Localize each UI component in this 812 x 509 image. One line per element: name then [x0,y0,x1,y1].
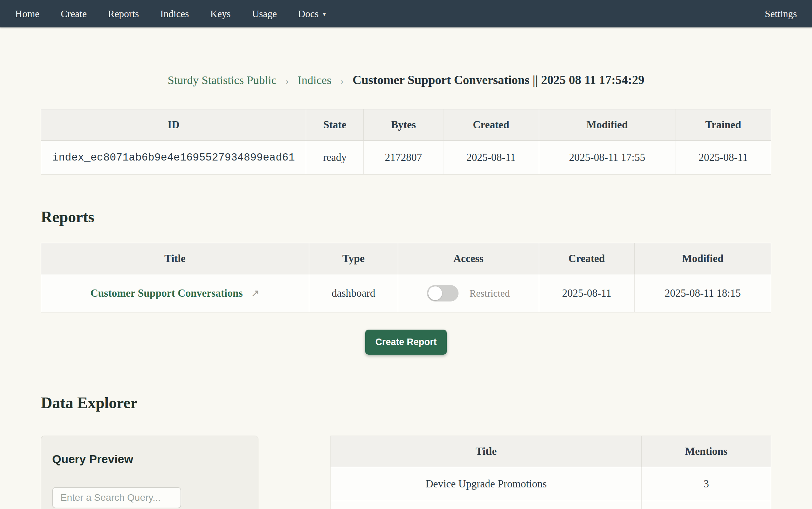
column-header-modified: Modified [635,243,771,274]
page-title: Customer Support Conversations || 2025 0… [352,73,644,87]
nav-item-settings[interactable]: Settings [765,8,797,20]
table-row: index_ec8071ab6b9e4e1695527934899ead61 r… [41,141,771,175]
column-header-created: Created [443,109,539,141]
toggle-knob [428,286,442,300]
query-preview-panel: Query Preview [41,436,258,509]
column-header-modified: Modified [539,109,675,141]
table-header-row: ID State Bytes Created Modified Trained [41,109,771,141]
nav-item-usage[interactable]: Usage [252,8,277,20]
nav-item-label: Usage [252,8,277,20]
nav-item-docs[interactable]: Docs ▾ [298,8,326,20]
topic-title-cell: Device Upgrade Promotions [331,467,642,501]
index-modified-cell: 2025-08-11 17:55 [539,141,675,175]
nav-item-label: Reports [108,8,139,20]
report-type-cell: dashboard [309,274,398,312]
breadcrumb-separator-icon: › [286,76,289,86]
caret-down-icon: ▾ [323,10,326,18]
nav-item-label: Settings [765,8,797,20]
table-header-row: Title Mentions [331,436,771,467]
column-header-type: Type [309,243,398,274]
breadcrumb-link-root[interactable]: Sturdy Statistics Public [167,74,276,86]
reports-table: Title Type Access Created Modified Custo… [41,243,771,312]
index-info-table: ID State Bytes Created Modified Trained … [41,109,771,175]
column-header-access: Access [398,243,539,274]
topic-title-cell: Plan Sign-up Queries [331,501,642,509]
table-header-row: Title Type Access Created Modified [41,243,771,274]
breadcrumb-separator-icon: › [340,76,344,86]
data-explorer-section: Query Preview Title Mentions Device Upgr… [41,436,771,509]
query-preview-heading: Query Preview [52,452,247,466]
table-row: Customer Support Conversations ↗ dashboa… [41,274,771,312]
topics-mentions-table: Title Mentions Device Upgrade Promotions… [330,436,771,509]
column-header-bytes: Bytes [364,109,443,141]
column-header-mentions: Mentions [641,436,771,467]
column-header-title: Title [331,436,642,467]
report-modified-cell: 2025-08-11 18:15 [635,274,771,312]
nav-item-label: Create [61,8,87,20]
nav-item-label: Docs [298,8,319,20]
nav-item-label: Indices [160,8,189,20]
table-row: Device Upgrade Promotions 3 [331,467,771,501]
page-content: Sturdy Statistics Public › Indices › Cus… [41,68,771,509]
report-title-link[interactable]: Customer Support Conversations [90,287,243,299]
access-toggle[interactable] [427,285,459,301]
top-navigation-bar: Home Create Reports Indices Keys Usage D… [0,0,812,27]
data-explorer-heading: Data Explorer [41,393,771,413]
nav-item-indices[interactable]: Indices [160,8,189,20]
column-header-id: ID [41,109,306,141]
create-report-button[interactable]: Create Report [365,330,447,355]
nav-item-reports[interactable]: Reports [108,8,139,20]
column-header-state: State [306,109,364,141]
report-access-cell: Restricted [398,274,539,312]
breadcrumb: Sturdy Statistics Public › Indices › Cus… [41,68,771,93]
report-created-cell: 2025-08-11 [539,274,635,312]
table-row: Plan Sign-up Queries 2 [331,501,771,509]
column-header-trained: Trained [675,109,771,141]
breadcrumb-link-indices[interactable]: Indices [298,74,331,86]
nav-item-label: Home [15,8,39,20]
topic-mentions-cell: 3 [641,467,771,501]
nav-item-label: Keys [210,8,231,20]
index-state-cell: ready [306,141,364,175]
column-header-title: Title [41,243,309,274]
index-bytes-cell: 2172807 [364,141,443,175]
column-header-created: Created [539,243,635,274]
report-title-cell: Customer Support Conversations ↗ [41,274,309,312]
access-state-label: Restricted [469,288,510,299]
nav-item-keys[interactable]: Keys [210,8,231,20]
index-created-cell: 2025-08-11 [443,141,539,175]
nav-item-home[interactable]: Home [15,8,39,20]
topic-mentions-cell: 2 [641,501,771,509]
reports-heading: Reports [41,207,771,227]
external-link-icon: ↗ [251,287,259,299]
index-trained-cell: 2025-08-11 [675,141,771,175]
index-id-cell: index_ec8071ab6b9e4e1695527934899ead61 [41,141,306,175]
nav-item-create[interactable]: Create [61,8,87,20]
search-query-input[interactable] [52,487,181,508]
